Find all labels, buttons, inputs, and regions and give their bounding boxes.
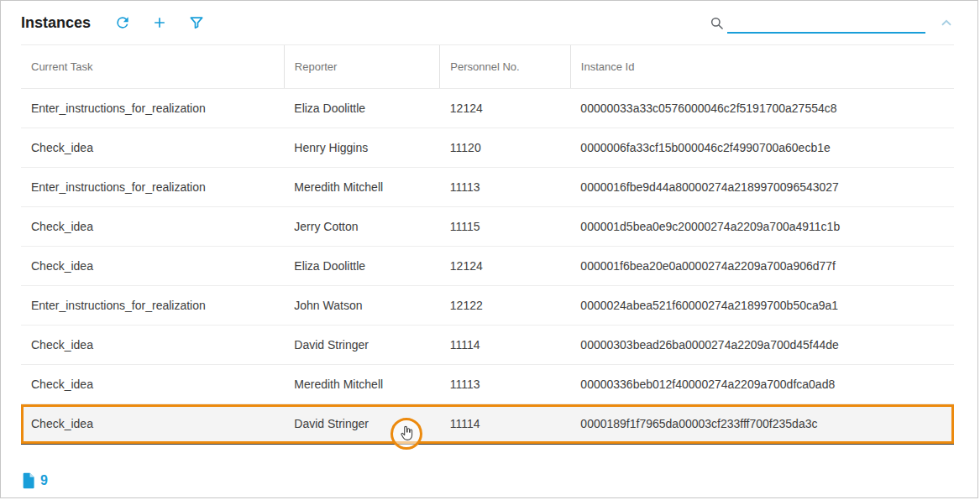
page-count: 9 [40, 473, 48, 488]
cell-instance-id: 0000024abea521f60000274a21899700b50ca9a1 [570, 286, 954, 326]
plus-icon [151, 14, 168, 31]
search-icon [709, 15, 726, 32]
cell-personnel-no: 11114 [440, 326, 571, 365]
cell-personnel-no: 12122 [440, 286, 571, 326]
cell-current-task: Check_idea [21, 326, 284, 365]
cell-personnel-no: 11113 [440, 168, 571, 207]
cell-personnel-no: 11114 [440, 404, 571, 444]
cell-instance-id: 00000303bead26ba0000274a2209a700d45f44de [570, 326, 954, 365]
cell-personnel-no: 11113 [440, 365, 571, 404]
cell-instance-id: 000001d5bea0e9c20000274a2209a700a4911c1b [570, 207, 954, 247]
refresh-button[interactable] [113, 13, 133, 33]
cell-reporter: Meredith Mitchell [284, 365, 440, 404]
table-header: Current Task Reporter Personnel No. Inst… [21, 45, 954, 89]
cell-current-task: Check_idea [21, 207, 284, 247]
cell-reporter: Meredith Mitchell [284, 168, 440, 207]
table-row[interactable]: Check_idea David Stringer 11114 00000303… [21, 326, 954, 365]
cell-reporter: Henry Higgins [284, 128, 440, 168]
cell-personnel-no: 11115 [440, 207, 571, 247]
cell-current-task: Check_idea [21, 128, 284, 168]
instances-panel: Instances [0, 0, 978, 498]
cell-reporter: John Watson [284, 286, 440, 326]
cell-reporter: Jerry Cotton [284, 207, 440, 247]
cell-current-task: Check_idea [21, 365, 284, 404]
instances-table: Current Task Reporter Personnel No. Inst… [21, 44, 954, 445]
collapse-button[interactable] [937, 13, 956, 32]
cell-current-task: Check_idea [21, 404, 284, 444]
table-row[interactable]: Check_idea Henry Higgins 11120 0000006fa… [21, 128, 954, 168]
chevron-up-icon [939, 15, 954, 30]
table-row[interactable]: Check_idea Eliza Doolittle 12124 000001f… [21, 247, 954, 286]
refresh-icon [114, 14, 131, 31]
table-body: Enter_instructions_for_realization Eliza… [21, 89, 954, 444]
cell-reporter: David Stringer [284, 326, 440, 365]
cell-personnel-no: 11120 [440, 128, 571, 168]
table-row[interactable]: Check_idea David Stringer 11114 0000189f… [21, 404, 954, 444]
cell-instance-id: 00000033a33c0576000046c2f5191700a27554c8 [570, 89, 954, 128]
cell-current-task: Enter_instructions_for_realization [21, 89, 284, 128]
column-header-personnel-no[interactable]: Personnel No. [440, 45, 571, 89]
toolbar: Instances [1, 1, 977, 44]
cell-instance-id: 00000336beb012f40000274a2209a700dfca0ad8 [570, 365, 954, 404]
cell-personnel-no: 12124 [440, 89, 571, 128]
page-title: Instances [21, 14, 91, 32]
cell-instance-id: 000001f6bea20e0a0000274a2209a700a906d77f [570, 247, 954, 286]
table-row[interactable]: Enter_instructions_for_realization Mered… [21, 168, 954, 207]
table-row[interactable]: Check_idea Meredith Mitchell 11113 00000… [21, 365, 954, 404]
cell-current-task: Enter_instructions_for_realization [21, 286, 284, 326]
table-row[interactable]: Enter_instructions_for_realization Eliza… [21, 89, 954, 128]
cell-current-task: Enter_instructions_for_realization [21, 168, 284, 207]
cell-instance-id: 0000006fa33cf15b000046c2f4990700a60ecb1e [570, 128, 954, 168]
column-header-current-task[interactable]: Current Task [21, 45, 284, 89]
table-row[interactable]: Enter_instructions_for_realization John … [21, 286, 954, 326]
cell-reporter: David Stringer [284, 404, 440, 444]
add-button[interactable] [149, 13, 170, 33]
cell-reporter: Eliza Doolittle [284, 247, 440, 286]
column-header-instance-id[interactable]: Instance Id [570, 45, 954, 89]
cell-personnel-no: 12124 [440, 247, 571, 286]
table-row[interactable]: Check_idea Jerry Cotton 11115 000001d5be… [21, 207, 954, 247]
cell-instance-id: 0000189f1f7965da00003cf233fff700f235da3c [570, 404, 954, 444]
document-icon [21, 472, 35, 489]
cell-instance-id: 0000016fbe9d44a80000274a2189970096543027 [570, 168, 954, 207]
column-header-reporter[interactable]: Reporter [284, 45, 440, 89]
search-input[interactable] [727, 12, 925, 34]
footer: 9 [21, 472, 48, 489]
filter-funnel-icon [188, 14, 205, 31]
filter-button[interactable] [186, 13, 207, 33]
cell-reporter: Eliza Doolittle [284, 89, 440, 128]
search-field [709, 12, 925, 34]
cell-current-task: Check_idea [21, 247, 284, 286]
